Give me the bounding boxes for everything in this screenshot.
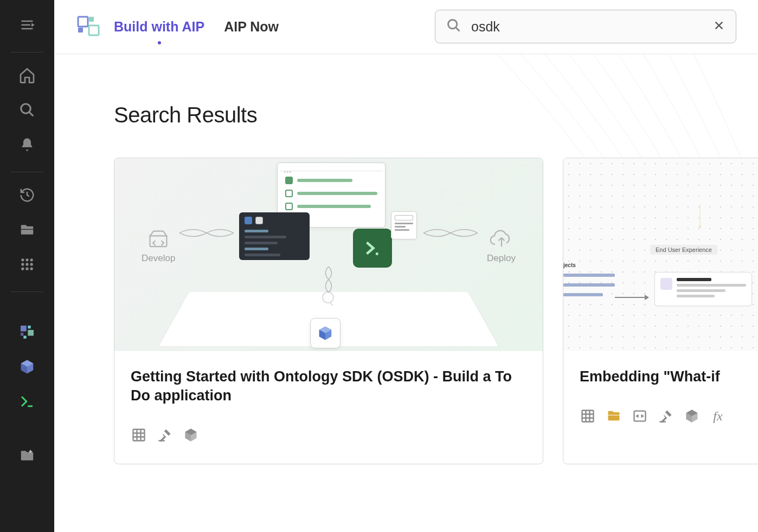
page-title: Search Results [114, 103, 698, 127]
results-row: Develop Deploy [114, 158, 698, 464]
card-hero: Develop Deploy [114, 158, 543, 351]
tag-row [131, 427, 526, 443]
svg-point-4 [21, 263, 24, 265]
svg-point-7 [21, 267, 24, 270]
star-folder-icon[interactable] [17, 446, 37, 465]
home-icon[interactable] [17, 66, 37, 85]
menu-icon[interactable] [17, 15, 37, 35]
svg-rect-23 [582, 411, 594, 422]
result-card[interactable]: Develop Deploy [114, 158, 543, 464]
apps-icon[interactable] [17, 255, 37, 274]
svg-point-9 [30, 267, 33, 270]
search-input[interactable] [471, 19, 713, 35]
hero-cube-tile [310, 318, 341, 348]
clear-icon[interactable] [713, 20, 725, 34]
tab-aip-now[interactable]: AIP Now [224, 19, 279, 35]
search-icon[interactable] [17, 100, 37, 120]
svg-point-8 [25, 267, 28, 270]
search-box[interactable] [435, 10, 736, 43]
folder-icon [606, 408, 622, 424]
svg-rect-17 [89, 25, 99, 35]
hero-side-list: jects [563, 262, 624, 303]
svg-rect-10 [21, 326, 27, 332]
card-body: Embedding "What-if fx [563, 351, 758, 445]
svg-rect-22 [158, 440, 165, 442]
svg-rect-16 [89, 17, 94, 22]
svg-point-19 [448, 20, 457, 29]
hero-pill-label: End User Experience [650, 245, 717, 255]
grid-icon [131, 427, 147, 443]
svg-point-3 [30, 258, 33, 261]
hero-mini-window [391, 211, 417, 239]
tab-build-with-aip[interactable]: Build with AIP [114, 19, 204, 35]
card-title: Getting Started with Ontology SDK (OSDK)… [131, 367, 526, 405]
card-body: Getting Started with Ontology SDK (OSDK)… [114, 351, 543, 464]
hero-mini-card [654, 272, 752, 306]
svg-rect-21 [133, 430, 145, 441]
svg-point-2 [25, 258, 28, 261]
code-icon [632, 408, 648, 424]
svg-rect-18 [78, 28, 83, 33]
svg-rect-15 [78, 17, 88, 27]
function-icon: fx [710, 408, 726, 424]
card-title: Embedding "What-if [580, 367, 758, 386]
grid-icon [580, 408, 596, 424]
svg-rect-12 [28, 330, 34, 336]
search-icon [446, 18, 461, 35]
cube-icon [684, 408, 700, 424]
pixel-app-icon[interactable] [17, 322, 37, 342]
hero-terminal-tile [353, 229, 392, 268]
card-hero: End User Experience jects [563, 158, 758, 351]
svg-rect-14 [23, 336, 26, 339]
terminal-icon[interactable] [17, 392, 37, 411]
header: Build with AIP AIP Now [54, 0, 758, 54]
result-card[interactable]: End User Experience jects Embedding "Wha… [563, 158, 758, 464]
svg-rect-13 [21, 333, 23, 335]
cube-icon[interactable] [17, 357, 37, 377]
svg-rect-25 [659, 421, 666, 422]
svg-rect-11 [28, 326, 30, 328]
history-icon[interactable] [17, 185, 37, 205]
folder-icon[interactable] [17, 220, 37, 239]
svg-point-20 [323, 292, 333, 303]
hero-label-deploy: Deploy [487, 229, 516, 264]
hero-label-develop: Develop [142, 229, 175, 264]
gavel-icon [658, 408, 674, 424]
gavel-icon [157, 427, 173, 443]
svg-point-5 [25, 263, 28, 265]
svg-point-1 [21, 258, 24, 261]
hero-code-block [239, 212, 310, 260]
svg-point-6 [30, 263, 33, 265]
svg-point-0 [21, 104, 31, 114]
logo-icon[interactable] [76, 15, 101, 40]
tag-row: fx [580, 408, 758, 424]
nav-sidebar [0, 0, 54, 532]
cube-icon [183, 427, 199, 443]
bell-icon[interactable] [17, 135, 37, 154]
